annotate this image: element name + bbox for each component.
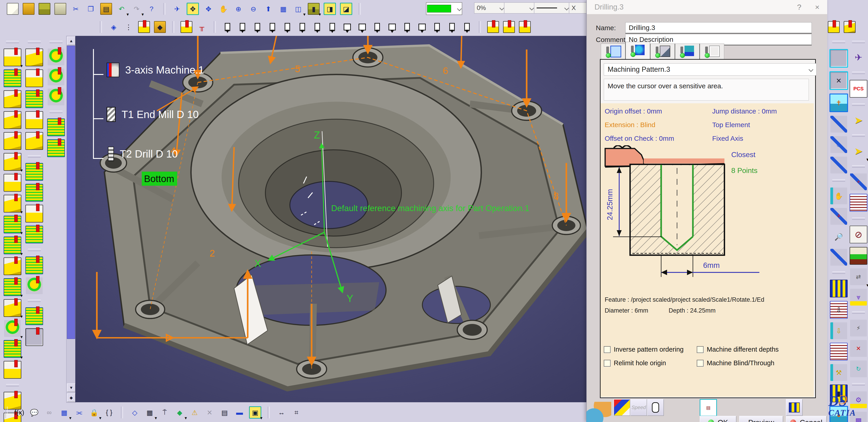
groove-milling-icon[interactable]: ▾ [4,195,21,213]
spot-face-icon[interactable] [48,49,64,65]
close-button[interactable]: × [815,3,819,11]
plug-sync-icon[interactable]: ↻ [850,361,867,377]
deep-pocket-icon[interactable] [25,307,43,325]
sloped-area-icon[interactable] [47,118,65,136]
new-file-icon[interactable] [7,3,19,15]
dropdown-marker[interactable]: ▾ [127,11,129,17]
undo-icon[interactable]: ↶▾ [116,3,127,14]
measure-item-icon[interactable]: ⌗ [291,407,302,418]
layer-dropdown[interactable] [504,2,536,13]
checkbox-relimit-origin[interactable]: Relimit hole origin [604,359,666,367]
print-icon[interactable] [55,3,66,15]
checkbox-blind-through[interactable]: Machine Blind/Through [697,359,774,367]
graphic-color-dropdown[interactable] [426,2,462,15]
stock-box-icon[interactable] [830,49,848,68]
scroll-up-button[interactable]: ▲ [67,36,75,45]
tab-tool[interactable] [650,44,675,59]
cavity-mill-icon[interactable] [25,226,43,243]
gear-cursor-icon[interactable]: ➤ [850,112,867,129]
wand-profile-icon[interactable]: ◠ [830,157,847,173]
pocketing-closed-icon[interactable] [4,111,21,129]
two-flute-tool-icon[interactable] [432,22,442,32]
deactivate-icon[interactable]: ✕ [204,407,215,418]
machining-process-icon[interactable]: ◆ [154,21,166,33]
multi-diameter-tool-icon[interactable] [387,22,398,32]
dropdown-marker[interactable]: ▾ [21,293,23,298]
dropdown-marker[interactable]: ▾ [21,168,23,173]
open-file-icon[interactable] [23,3,34,15]
jump-distance-param[interactable]: Jump distance : 0mm [712,107,777,115]
sweep-roughing-icon[interactable]: ▾ [4,236,21,254]
parameters-icon[interactable]: { } [104,407,115,418]
dropdown-marker[interactable]: ▾ [260,415,262,421]
tab-feeds-speeds[interactable] [675,44,700,59]
tab-geometry[interactable] [625,42,650,59]
dropdown-marker[interactable]: ▾ [866,157,868,162]
t-slotter-tool-icon[interactable] [417,22,428,32]
rotate-icon[interactable]: ✋ [218,3,229,14]
transfer-boxes-icon[interactable]: ⇄▾ [850,268,867,285]
table-edit-icon[interactable]: ▦▾ [144,407,155,418]
name-input[interactable]: Drilling.3 [625,22,812,34]
drilling-op-icon[interactable] [487,21,499,33]
checkbox-box[interactable] [697,360,704,367]
point-to-point-icon[interactable] [4,69,21,87]
shell-finish-icon[interactable] [48,68,64,85]
free-contour-icon[interactable] [4,361,21,378]
line-weight-dropdown[interactable] [534,2,571,13]
comment-icon[interactable]: 💬 [29,407,40,418]
twist-drill-tool-icon[interactable] [372,22,383,32]
zoom-in-icon[interactable]: ⊕ [233,3,244,14]
pcs-document-icon[interactable]: PCS [849,80,867,97]
offset-on-check-param[interactable]: Offset on Check : 0mm [605,135,674,142]
zlevel-rough-icon[interactable] [25,163,43,181]
transparency-dropdown[interactable]: 0% [474,2,506,13]
reamer-tool-icon[interactable] [312,22,323,32]
center-drill-tool-icon[interactable] [267,22,278,32]
speed-analysis-button[interactable]: Speed [630,399,647,416]
scroll-down-button[interactable]: ▼ [67,384,75,392]
machine-editor-icon[interactable]: ✈ [850,49,867,66]
checklist-export-icon[interactable]: ⇩ [830,301,847,319]
dropdown-marker[interactable]: ▾ [21,251,23,256]
facing-icon[interactable] [4,132,21,150]
viewport-scrollbar[interactable]: ▲ ▼ ◆ [66,36,76,403]
feature-diamond-icon[interactable]: ◈ [108,22,119,32]
cup-plunge-icon[interactable] [26,277,43,294]
checkbox-inverse-pattern[interactable]: Inverse pattern ordering [604,346,684,353]
profile-contouring-icon[interactable]: ▾ [4,153,21,171]
apt-listing-icon[interactable] [830,343,847,361]
scroll-thumb[interactable] [67,46,75,339]
relations-icon[interactable]: ⫘ [74,407,85,418]
dropdown-marker[interactable]: ▾ [185,415,187,421]
boring-head-tool-icon[interactable] [402,22,412,32]
batch-tools-icon[interactable]: ⚒ [830,364,847,381]
design-table-icon[interactable]: ▦▾ [59,407,70,418]
sloped-area2-icon[interactable] [47,139,65,157]
dropdown-marker[interactable]: ▾ [21,63,23,68]
wand-pocket-icon[interactable]: ◡ [830,136,847,153]
v-groove-icon[interactable] [4,257,21,275]
tool-table-icon[interactable]: ╥ [196,22,207,32]
tap-tool-icon[interactable] [237,22,248,32]
fly-mode-icon[interactable]: ✈ [172,3,183,14]
curve-following-icon[interactable] [4,174,21,192]
dropdown-marker[interactable]: ▾ [21,334,23,340]
tab-strategy[interactable] [601,44,625,59]
spot-drilling-op-icon[interactable] [503,21,515,33]
ramp-rough-icon[interactable]: ▾ [4,340,21,358]
cut-icon[interactable]: ✂ [70,3,81,14]
cube-frame-icon[interactable]: ▣▾ [249,406,261,419]
tool-assembly-button[interactable] [614,399,630,416]
stock-ring-icon[interactable]: ⊘ [849,226,867,243]
block-rough-icon[interactable] [25,184,43,202]
machine-simulation-icon[interactable]: ✝ [830,93,848,112]
dropdown-marker[interactable]: ▾ [866,282,868,288]
checkbox-box[interactable] [604,360,611,367]
dropdown-marker[interactable]: ▾ [303,11,306,17]
multi-level-icon[interactable]: ▾ [4,278,21,296]
end-mill-tool-icon[interactable] [342,22,353,32]
origin-offset-param[interactable]: Origin offset : 0mm [605,107,662,115]
wand-point-icon[interactable]: ▪ [830,116,847,133]
plug-remove-icon[interactable]: ✕ [850,340,867,357]
